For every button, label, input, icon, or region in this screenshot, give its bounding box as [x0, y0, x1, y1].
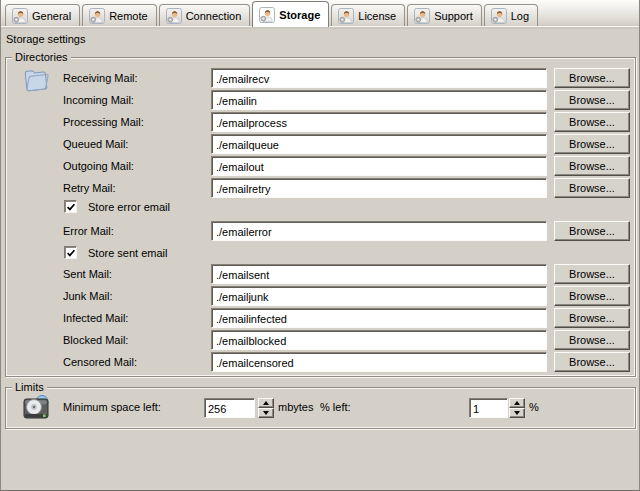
store-sent-email-checkbox[interactable]: [64, 246, 77, 259]
directory-row: Infected Mail: Browse...: [6, 308, 635, 328]
field-label: Junk Mail:: [63, 290, 113, 302]
checkbox-label: Store sent email: [88, 247, 167, 259]
checkbox-row: Store error email: [6, 200, 635, 214]
directory-row: Receiving Mail: Browse...: [6, 68, 635, 88]
tab-label: Support: [434, 10, 473, 22]
receiving-mail-input[interactable]: [211, 68, 547, 88]
user-gear-icon: [259, 7, 275, 23]
tab-general[interactable]: General: [5, 4, 80, 26]
directory-row: Junk Mail: Browse...: [6, 286, 635, 306]
directory-row: Sent Mail: Browse...: [6, 264, 635, 284]
tab-label: General: [32, 10, 71, 22]
storage-settings-window: General Remote Connection Storage Licens…: [0, 0, 640, 491]
hard-disk-icon: [20, 392, 52, 424]
processing-mail-input[interactable]: [211, 112, 547, 132]
percent-left-unit: %: [529, 401, 539, 413]
browse-button[interactable]: Browse...: [554, 308, 630, 328]
sent-mail-input[interactable]: [211, 264, 547, 284]
directory-row: Censored Mail: Browse...: [6, 352, 635, 372]
browse-button[interactable]: Browse...: [554, 330, 630, 350]
user-gear-icon: [491, 8, 507, 24]
tab-label: Remote: [109, 10, 148, 22]
min-space-input[interactable]: [204, 398, 255, 418]
browse-button[interactable]: Browse...: [554, 286, 630, 306]
checkbox-row: Store sent email: [6, 246, 635, 260]
directory-row: Blocked Mail: Browse...: [6, 330, 635, 350]
user-gear-icon: [338, 8, 354, 24]
tab-label: Connection: [186, 10, 242, 22]
browse-button[interactable]: Browse...: [554, 352, 630, 372]
directory-row: Error Mail: Browse...: [6, 221, 635, 241]
incoming-mail-input[interactable]: [211, 90, 547, 110]
up-arrow-icon: [263, 401, 269, 405]
checkbox-label: Store error email: [88, 201, 170, 213]
directory-row: Processing Mail: Browse...: [6, 112, 635, 132]
field-label: Infected Mail:: [63, 312, 128, 324]
browse-button[interactable]: Browse...: [554, 221, 630, 241]
down-arrow-icon: [514, 411, 520, 415]
store-error-email-checkbox[interactable]: [64, 200, 77, 213]
outgoing-mail-input[interactable]: [211, 156, 547, 176]
field-label: Receiving Mail:: [63, 72, 138, 84]
user-gear-icon: [414, 8, 430, 24]
tab-label: License: [358, 10, 396, 22]
tab-label: Storage: [279, 9, 320, 21]
junk-mail-input[interactable]: [211, 286, 547, 306]
directory-row: Queued Mail: Browse...: [6, 134, 635, 154]
browse-button[interactable]: Browse...: [554, 156, 630, 176]
down-arrow-icon: [263, 411, 269, 415]
field-label: Outgoing Mail:: [63, 160, 134, 172]
field-label: Queued Mail:: [63, 138, 128, 150]
page-title: Storage settings: [6, 33, 86, 45]
tab-storage[interactable]: Storage: [252, 1, 329, 27]
browse-button[interactable]: Browse...: [554, 134, 630, 154]
spin-down-button[interactable]: [509, 408, 525, 418]
spin-up-button[interactable]: [509, 398, 525, 408]
blocked-mail-input[interactable]: [211, 330, 547, 350]
infected-mail-input[interactable]: [211, 308, 547, 328]
censored-mail-input[interactable]: [211, 352, 547, 372]
percent-left-label: % left:: [320, 401, 351, 413]
limits-groupbox: Limits Minimum space left: mbytes % left…: [5, 387, 636, 429]
tab-remote[interactable]: Remote: [82, 4, 157, 26]
directories-groupbox: Directories Receiving Mail: Browse... In…: [5, 57, 636, 377]
up-arrow-icon: [514, 401, 520, 405]
browse-button[interactable]: Browse...: [554, 112, 630, 132]
browse-button[interactable]: Browse...: [554, 178, 630, 198]
spin-up-button[interactable]: [258, 398, 274, 408]
tab-support[interactable]: Support: [407, 4, 482, 26]
field-label: Blocked Mail:: [63, 334, 128, 346]
tab-license[interactable]: License: [331, 4, 405, 26]
user-gear-icon: [12, 8, 28, 24]
field-label: Censored Mail:: [63, 356, 137, 368]
min-space-label: Minimum space left:: [63, 401, 161, 413]
queued-mail-input[interactable]: [211, 134, 547, 154]
directory-row: Incoming Mail: Browse...: [6, 90, 635, 110]
min-space-spinner: [258, 398, 274, 418]
field-label: Processing Mail:: [63, 116, 144, 128]
user-gear-icon: [166, 8, 182, 24]
directory-row: Outgoing Mail: Browse...: [6, 156, 635, 176]
browse-button[interactable]: Browse...: [554, 68, 630, 88]
directory-row: Retry Mail: Browse...: [6, 178, 635, 198]
user-gear-icon: [89, 8, 105, 24]
tab-bar: General Remote Connection Storage Licens…: [1, 0, 639, 27]
tab-log[interactable]: Log: [484, 4, 538, 26]
error-mail-input[interactable]: [211, 221, 547, 241]
spin-down-button[interactable]: [258, 408, 274, 418]
field-label: Incoming Mail:: [63, 94, 134, 106]
field-label: Sent Mail:: [63, 268, 112, 280]
percent-left-spinner: [509, 398, 525, 418]
retry-mail-input[interactable]: [211, 178, 547, 198]
field-label: Retry Mail:: [63, 182, 116, 194]
check-icon: [66, 202, 76, 212]
tab-label: Log: [511, 10, 529, 22]
min-space-unit: mbytes: [278, 401, 313, 413]
percent-left-input[interactable]: [469, 398, 508, 418]
tab-connection[interactable]: Connection: [159, 4, 251, 26]
field-label: Error Mail:: [63, 225, 114, 237]
check-icon: [66, 248, 76, 258]
browse-button[interactable]: Browse...: [554, 90, 630, 110]
browse-button[interactable]: Browse...: [554, 264, 630, 284]
